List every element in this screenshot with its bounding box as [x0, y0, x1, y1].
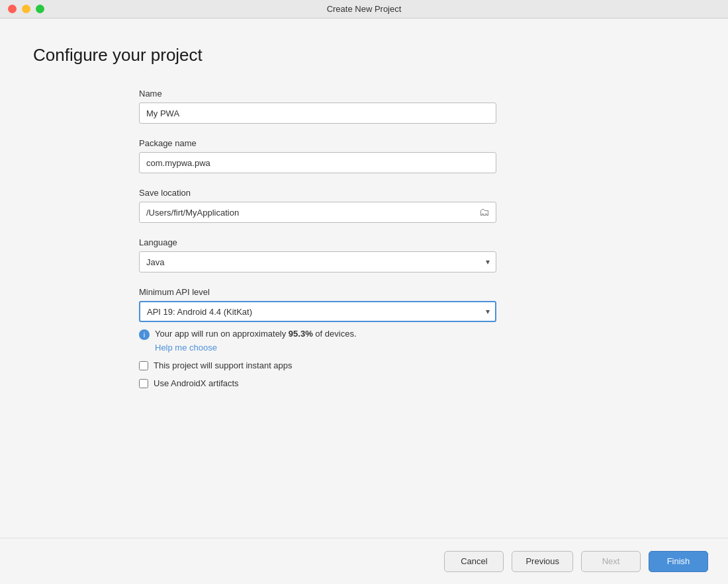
title-bar: Create New Project	[0, 0, 728, 19]
info-prefix: Your app will run on approximately	[155, 329, 289, 339]
close-button[interactable]	[8, 5, 17, 13]
info-text: Your app will run on approximately 95.3%…	[155, 329, 357, 339]
folder-icon[interactable]: 🗂	[479, 206, 490, 218]
package-input[interactable]	[139, 152, 496, 173]
help-me-choose-link[interactable]: Help me choose	[155, 343, 496, 353]
androidx-label: Use AndroidX artifacts	[154, 378, 239, 388]
maximize-button[interactable]	[36, 5, 44, 13]
window-controls	[8, 5, 44, 13]
language-select[interactable]: Java Kotlin	[139, 251, 496, 272]
language-label: Language	[139, 237, 496, 247]
instant-apps-checkbox[interactable]	[139, 361, 148, 370]
api-select[interactable]: API 19: Android 4.4 (KitKat) API 21: And…	[139, 301, 496, 322]
location-label: Save location	[139, 188, 496, 198]
location-field-group: Save location 🗂	[139, 188, 496, 223]
footer: Cancel Previous Next Finish	[0, 538, 728, 584]
info-percentage: 95.3%	[289, 329, 313, 339]
location-input[interactable]	[139, 202, 496, 223]
language-select-wrapper: Java Kotlin ▾	[139, 251, 496, 272]
form-container: Name Package name Save location 🗂 Langua…	[139, 89, 496, 403]
instant-apps-row: This project will support instant apps	[139, 360, 496, 370]
main-content: Configure your project Name Package name…	[0, 19, 728, 538]
language-field-group: Language Java Kotlin ▾	[139, 237, 496, 272]
name-label: Name	[139, 89, 496, 99]
info-suffix: of devices.	[313, 329, 357, 339]
finish-button[interactable]: Finish	[649, 551, 708, 572]
api-label: Minimum API level	[139, 287, 496, 297]
name-input[interactable]	[139, 103, 496, 124]
info-row: i Your app will run on approximately 95.…	[139, 329, 496, 340]
info-icon: i	[139, 329, 150, 340]
minimize-button[interactable]	[22, 5, 30, 13]
previous-button[interactable]: Previous	[512, 551, 573, 572]
package-field-group: Package name	[139, 138, 496, 173]
next-button[interactable]: Next	[581, 551, 641, 572]
androidx-checkbox[interactable]	[139, 379, 148, 388]
androidx-row: Use AndroidX artifacts	[139, 378, 496, 388]
location-input-wrapper: 🗂	[139, 202, 496, 223]
window-title: Create New Project	[327, 4, 402, 14]
api-select-wrapper: API 19: Android 4.4 (KitKat) API 21: And…	[139, 301, 496, 322]
name-field-group: Name	[139, 89, 496, 124]
cancel-button[interactable]: Cancel	[444, 551, 504, 572]
api-field-group: Minimum API level API 19: Android 4.4 (K…	[139, 287, 496, 388]
instant-apps-label: This project will support instant apps	[154, 360, 293, 370]
package-label: Package name	[139, 138, 496, 148]
page-title: Configure your project	[33, 45, 695, 65]
